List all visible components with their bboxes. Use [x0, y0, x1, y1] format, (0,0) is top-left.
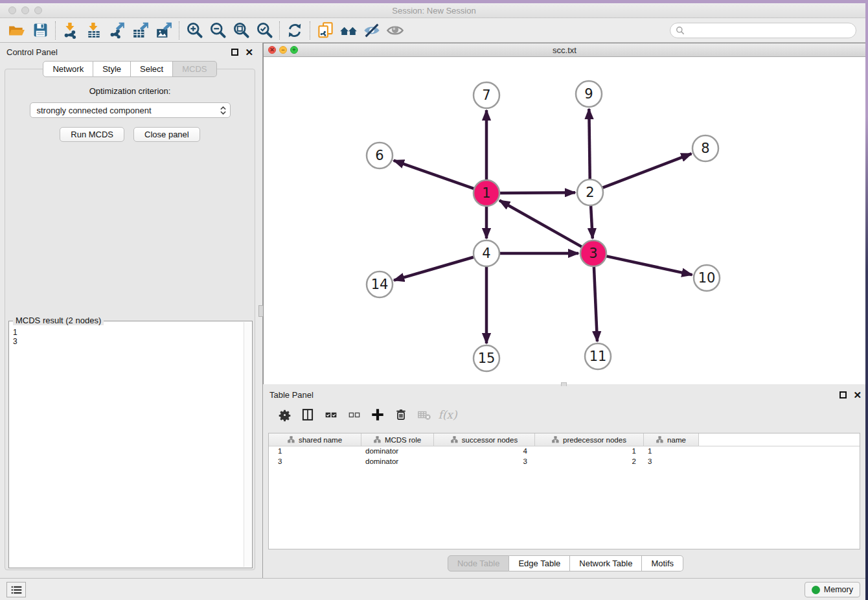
- column-header-predecessor-nodes[interactable]: predecessor nodes: [535, 433, 644, 446]
- network-close-button[interactable]: ✕: [268, 46, 276, 54]
- float-panel-icon[interactable]: [839, 391, 847, 398]
- table-cell[interactable]: 1: [269, 446, 361, 457]
- table-cell[interactable]: 3: [269, 457, 361, 467]
- table-cell[interactable]: 3: [434, 457, 535, 467]
- edge-2-8[interactable]: [600, 154, 692, 189]
- status-bar: Memory: [0, 578, 868, 600]
- table-toolbar: f(x): [263, 403, 868, 429]
- close-window-button[interactable]: [8, 6, 16, 14]
- show-all-button[interactable]: [383, 20, 407, 41]
- edge-1-2[interactable]: [497, 192, 575, 193]
- export-table-button[interactable]: [129, 20, 152, 41]
- tab-network-table[interactable]: Network Table: [570, 555, 642, 571]
- first-neighbors-button[interactable]: [337, 20, 360, 41]
- node-label-14: 14: [371, 277, 389, 292]
- task-history-button[interactable]: [6, 582, 26, 597]
- select-all-columns-button[interactable]: [321, 406, 341, 424]
- import-table-button[interactable]: [82, 20, 106, 41]
- tab-mcds[interactable]: MCDS: [173, 61, 216, 77]
- edge-4-14[interactable]: [394, 256, 477, 280]
- mcds-result-text[interactable]: 1 3: [13, 328, 243, 566]
- column-header-successor-nodes[interactable]: successor nodes: [434, 433, 535, 446]
- search-icon: [676, 26, 685, 35]
- edge-2-3[interactable]: [591, 203, 593, 238]
- table-cell[interactable]: 1: [644, 446, 699, 457]
- zoom-out-icon: [209, 21, 227, 39]
- table-cell[interactable]: 1: [535, 446, 644, 457]
- delete-table-button[interactable]: [415, 406, 434, 424]
- function-builder-button[interactable]: f(x): [438, 406, 457, 424]
- close-panel-icon[interactable]: ✕: [245, 49, 253, 56]
- edge-3-10[interactable]: [604, 255, 692, 275]
- show-column-button[interactable]: [298, 406, 317, 424]
- network-canvas[interactable]: 1234678910111415: [264, 58, 865, 384]
- optimization-criterion-label: Optimization criterion:: [5, 86, 255, 96]
- clone-network-button[interactable]: [314, 20, 337, 41]
- minimize-window-button[interactable]: [21, 6, 29, 14]
- maximize-window-button[interactable]: [34, 6, 42, 14]
- table-cell[interactable]: 2: [535, 457, 644, 467]
- table-cell[interactable]: dominator: [361, 446, 434, 457]
- run-mcds-button[interactable]: Run MCDS: [60, 127, 124, 142]
- table-row[interactable]: 3dominator323: [269, 457, 860, 467]
- window-controls: [8, 6, 42, 14]
- edge-3-1[interactable]: [499, 200, 584, 248]
- export-table-icon: [132, 22, 149, 39]
- memory-status-icon: [812, 586, 820, 594]
- search-field[interactable]: [670, 23, 856, 38]
- column-header-MCDS-role[interactable]: MCDS role: [361, 433, 434, 446]
- memory-label: Memory: [824, 585, 853, 594]
- tab-motifs[interactable]: Motifs: [642, 555, 683, 571]
- open-file-button[interactable]: [5, 20, 29, 41]
- edge-1-6[interactable]: [394, 161, 477, 190]
- table-row[interactable]: 1dominator411: [269, 446, 860, 457]
- table-panel-header: Table Panel ✕: [263, 386, 868, 403]
- tab-network[interactable]: Network: [43, 61, 93, 77]
- import-network-button[interactable]: [59, 20, 82, 41]
- tab-style[interactable]: Style: [93, 61, 131, 77]
- edge-2-9[interactable]: [589, 109, 589, 182]
- result-scrollbar[interactable]: [244, 322, 251, 567]
- network-view-window: ✕ − + scc.txt 1234678910111415: [263, 43, 866, 384]
- table-cell[interactable]: dominator: [361, 457, 434, 467]
- network-graph[interactable]: 1234678910111415: [264, 58, 865, 384]
- criterion-select[interactable]: strongly connected component: [30, 102, 231, 118]
- unselect-all-columns-button[interactable]: [345, 406, 364, 424]
- column-header-name[interactable]: name: [644, 433, 699, 446]
- tab-node-table[interactable]: Node Table: [448, 555, 510, 571]
- table-body: 1dominator4113dominator323: [269, 446, 860, 467]
- tab-edge-table[interactable]: Edge Table: [509, 555, 570, 571]
- delete-column-button[interactable]: [391, 406, 411, 424]
- clone-network-icon: [317, 21, 334, 39]
- memory-button[interactable]: Memory: [805, 582, 860, 597]
- export-image-button[interactable]: [152, 20, 176, 41]
- close-panel-icon[interactable]: ✕: [853, 391, 862, 398]
- export-network-button[interactable]: [106, 20, 129, 41]
- save-session-button[interactable]: [29, 20, 52, 41]
- float-panel-icon[interactable]: [231, 49, 238, 56]
- edge-3-11[interactable]: [594, 264, 597, 341]
- table-settings-button[interactable]: [275, 406, 294, 424]
- node-label-1: 1: [482, 185, 490, 201]
- toolbar-separator: [55, 21, 56, 40]
- node-label-3: 3: [589, 246, 597, 261]
- add-column-button[interactable]: [368, 406, 387, 424]
- close-panel-button[interactable]: Close panel: [133, 127, 200, 142]
- table-cell[interactable]: 3: [644, 457, 699, 467]
- zoom-in-button[interactable]: [183, 20, 206, 41]
- network-zoom-button[interactable]: +: [290, 46, 298, 54]
- zoom-in-icon: [186, 21, 203, 39]
- table-cell[interactable]: 4: [434, 446, 535, 457]
- hide-selected-button[interactable]: [360, 20, 383, 41]
- zoom-out-button[interactable]: [206, 20, 229, 41]
- export-image-icon: [155, 22, 172, 39]
- zoom-selected-button[interactable]: [253, 20, 276, 41]
- control-panel: Control Panel ✕ NetworkStyleSelectMCDS O…: [0, 43, 260, 578]
- layout-refresh-button[interactable]: [283, 20, 306, 41]
- column-header-shared-name[interactable]: shared name: [269, 433, 361, 446]
- node-table[interactable]: shared nameMCDS rolesuccessor nodesprede…: [268, 433, 860, 549]
- zoom-fit-button[interactable]: [229, 20, 253, 41]
- tab-select[interactable]: Select: [131, 61, 173, 77]
- network-minimize-button[interactable]: −: [279, 46, 287, 54]
- search-input[interactable]: [688, 26, 851, 35]
